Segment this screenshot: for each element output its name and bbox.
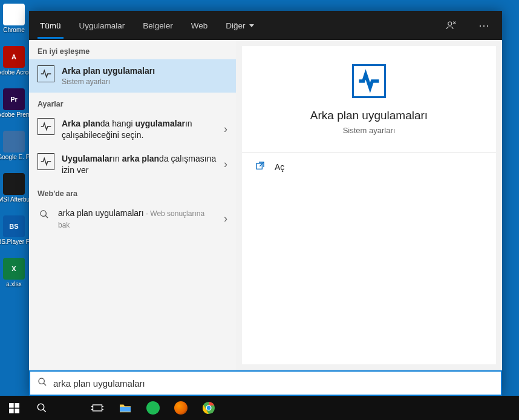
result-setting-choose-apps[interactable]: Arka planda hangi uygulamaların çalışabi… (29, 112, 236, 147)
monitor-icon (38, 65, 54, 82)
search-header: Tümü Uygulamalar Belgeler Web Diğer ⋯ (29, 11, 502, 40)
taskbar-firefox[interactable] (171, 398, 191, 418)
more-icon[interactable]: ⋯ (474, 16, 494, 35)
cortana-button[interactable] (59, 398, 80, 418)
svg-rect-7 (15, 403, 19, 408)
detail-panel: Arka plan uygulamaları Sistem ayarları A… (242, 46, 496, 364)
svg-point-4 (39, 378, 44, 384)
tab-all[interactable]: Tümü (38, 13, 64, 39)
results-list: En iyi eşleşme Arka plan uygulamaları Si… (29, 40, 236, 370)
monitor-icon (38, 118, 54, 135)
result-title: arka plan uygulamaları - Web sonuçlarına… (58, 208, 217, 231)
feedback-icon[interactable] (442, 16, 461, 35)
chevron-right-icon: › (224, 212, 227, 225)
detail-subtitle: Sistem ayarları (343, 126, 396, 135)
tab-docs[interactable]: Belgeler (140, 13, 175, 39)
taskbar (0, 396, 519, 420)
search-input[interactable] (53, 378, 494, 389)
open-icon (255, 161, 265, 172)
monitor-icon (38, 153, 54, 170)
svg-line-2 (45, 215, 48, 218)
result-setting-allow-bg[interactable]: Uygulamaların arka planda çalışmasına iz… (29, 147, 236, 182)
open-action[interactable]: Aç (242, 153, 496, 181)
desktop-icon[interactable]: BSBS.Player FREE (0, 215, 28, 254)
tab-apps[interactable]: Uygulamalar (77, 13, 128, 39)
desktop: Chrome AAdobe Acroba PrAdobe Premiere Go… (0, 0, 29, 396)
desktop-icon[interactable]: Xa.xlsx (0, 258, 28, 297)
desktop-icon[interactable]: AAdobe Acroba (0, 46, 28, 85)
chevron-right-icon: › (224, 123, 227, 136)
svg-point-19 (207, 406, 211, 410)
desktop-icon[interactable]: PrAdobe Premiere (0, 88, 28, 127)
search-body: En iyi eşleşme Arka plan uygulamaları Si… (29, 40, 502, 370)
task-view-button[interactable] (87, 398, 108, 418)
svg-point-0 (448, 22, 452, 25)
taskbar-explorer[interactable] (115, 398, 135, 418)
result-title: Arka planda hangi uygulamaların çalışabi… (62, 118, 217, 141)
start-button[interactable] (4, 398, 24, 418)
open-label: Aç (275, 162, 284, 172)
svg-point-1 (41, 211, 46, 216)
svg-point-10 (38, 404, 44, 410)
result-subtitle: Sistem ayarları (62, 77, 227, 87)
taskbar-app-green[interactable] (143, 398, 163, 418)
result-title: Arka plan uygulamaları (62, 65, 227, 77)
desktop-icon[interactable]: Google E. Pro (0, 131, 28, 169)
search-icon (38, 208, 51, 221)
result-best-match[interactable]: Arka plan uygulamaları Sistem ayarları (29, 59, 236, 93)
monitor-icon (352, 64, 386, 98)
section-settings: Ayarlar (29, 93, 236, 112)
svg-line-5 (44, 383, 46, 386)
tab-web[interactable]: Web (189, 13, 211, 39)
svg-rect-6 (9, 403, 14, 408)
svg-rect-9 (15, 409, 19, 413)
section-web: Web'de ara (29, 182, 236, 202)
search-panel: Tümü Uygulamalar Belgeler Web Diğer ⋯ En… (29, 11, 502, 396)
search-button[interactable] (31, 398, 52, 418)
chevron-down-icon (249, 24, 254, 27)
svg-rect-12 (93, 405, 102, 411)
search-bar[interactable] (29, 370, 502, 396)
svg-line-11 (43, 409, 46, 412)
chevron-right-icon: › (224, 158, 227, 171)
desktop-icon[interactable]: MSI Afterbu (0, 173, 28, 212)
result-title: Uygulamaların arka planda çalışmasına iz… (62, 153, 217, 176)
desktop-icon[interactable]: Chrome (0, 4, 28, 42)
taskbar-chrome[interactable] (198, 398, 219, 418)
svg-rect-8 (9, 409, 14, 413)
tab-more[interactable]: Diğer (223, 13, 256, 39)
detail-title: Arka plan uygulamaları (310, 109, 428, 122)
search-icon (38, 377, 47, 389)
section-best-match: En iyi eşleşme (29, 40, 236, 59)
result-web-search[interactable]: arka plan uygulamaları - Web sonuçlarına… (29, 202, 236, 237)
